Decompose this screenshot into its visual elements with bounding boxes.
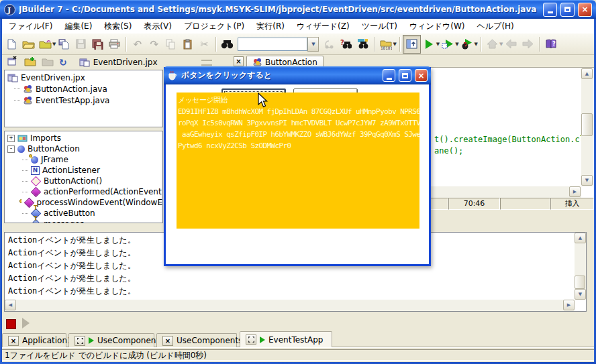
tab-close-icon[interactable]: ×	[8, 336, 19, 346]
forward-button[interactable]	[519, 36, 536, 53]
copy-button[interactable]	[162, 36, 179, 53]
message-text-area[interactable]: メッセージ開始 ED91IHF1Z8 m8hdhWcXOM fjDpIhLDAn…	[177, 93, 419, 229]
tree-row-project[interactable]: EventDriven.jpx	[5, 72, 162, 83]
save-all-button[interactable]	[89, 36, 106, 53]
collapse-icon[interactable]: -	[7, 145, 15, 153]
scroll-right-button[interactable]: ▶	[563, 300, 575, 310]
scroll-down-button[interactable]: ▼	[575, 289, 586, 300]
menu-wizard[interactable]: ウィザード(Z)	[291, 19, 356, 34]
search-dropdown-icon[interactable]: ▼	[307, 37, 319, 52]
reopen-button[interactable]	[37, 36, 54, 53]
messages-vertical-scrollbar[interactable]: ▲ ▼	[575, 233, 586, 300]
expand-icon[interactable]: +	[7, 135, 15, 142]
remove-files-button[interactable]	[42, 56, 54, 68]
java-file-icon	[23, 96, 33, 105]
scroll-down-button[interactable]: ▼	[581, 175, 593, 186]
scroll-up-button[interactable]: ▲	[575, 233, 586, 243]
resume-button[interactable]	[22, 318, 30, 328]
print-button[interactable]	[106, 36, 123, 53]
running-process-icon[interactable]	[74, 336, 85, 346]
query-search-button[interactable]: ?	[338, 36, 354, 53]
maximize-button[interactable]	[560, 3, 575, 17]
tree-row-java-file[interactable]: ButtonAction.java	[5, 83, 162, 95]
scroll-up-button[interactable]: ▲	[581, 68, 593, 79]
scrollbar-thumb[interactable]	[575, 276, 585, 289]
menu-file[interactable]: ファイル(F)	[3, 19, 58, 34]
structure-tree[interactable]: + Imports - ButtonAction JFrame N Action…	[4, 131, 163, 223]
bytecode-dropdown-icon[interactable]: ▼	[393, 42, 396, 47]
export-file-button[interactable]	[56, 36, 72, 53]
dialog-titlebar[interactable]: ボタンをクリックすると ×	[164, 66, 431, 84]
cut-icon: ✂	[201, 38, 209, 50]
tab-close-icon[interactable]: ×	[162, 336, 173, 346]
window-titlebar[interactable]: J JBuilder 7 - C:/Documents and Settings…	[0, 0, 596, 19]
tab-application1[interactable]: × Application1	[2, 333, 66, 347]
undo-button[interactable]: ↶	[129, 36, 146, 53]
cut-button[interactable]: ✂	[196, 36, 213, 53]
bytecode-view-button[interactable]: 10101	[377, 36, 394, 53]
running-process-icon[interactable]	[246, 335, 256, 345]
scroll-right-button[interactable]: ▶	[569, 186, 581, 197]
tab-usecomponents-running[interactable]: UseComponents	[68, 333, 154, 347]
refresh-button[interactable]: ↻	[59, 57, 67, 68]
dialog-close-button[interactable]: ×	[415, 69, 428, 82]
structure-row-superclass[interactable]: JFrame	[5, 154, 162, 165]
open-file-button[interactable]	[20, 36, 37, 53]
search-input[interactable]	[238, 38, 307, 51]
paste-button[interactable]	[179, 36, 196, 53]
structure-row-constructor[interactable]: ButtonAction()	[5, 176, 162, 186]
structure-row-class[interactable]: - ButtonAction	[5, 143, 162, 154]
menu-run[interactable]: 実行(R)	[250, 19, 291, 34]
tree-row-java-file[interactable]: EventTestApp.java	[5, 95, 162, 106]
stop-button[interactable]	[6, 319, 16, 329]
messages-horizontal-scrollbar[interactable]: ◀ ▶	[5, 300, 575, 311]
home-button[interactable]	[484, 36, 501, 53]
save-button[interactable]	[72, 36, 89, 53]
add-files-button[interactable]	[24, 56, 36, 68]
ui-designer-button[interactable]	[403, 35, 421, 54]
project-tree[interactable]: EventDriven.jpx ButtonAction.java EventT…	[4, 70, 163, 127]
project-selector[interactable]: EventDriven.jpx	[79, 58, 158, 67]
optimize-run-button[interactable]	[459, 36, 476, 53]
tab-usecomponents[interactable]: × UseComponents	[156, 333, 237, 347]
menu-project[interactable]: プロジェクト(P)	[178, 19, 250, 34]
forward-arrow-icon	[522, 39, 534, 49]
structure-row-interface[interactable]: N ActionListener	[5, 165, 162, 176]
back-button[interactable]	[503, 36, 519, 53]
structure-row-method[interactable]: actionPerformed(ActionEvent e)	[5, 186, 162, 197]
tab-eventtestapp[interactable]: EventTestApp	[240, 331, 332, 347]
optimize-dropdown-icon[interactable]: ▼	[475, 42, 478, 47]
dialog-minimize-button[interactable]	[383, 69, 395, 82]
menu-tools[interactable]: ツール(T)	[356, 19, 403, 34]
menu-edit[interactable]: 編集(E)	[58, 19, 98, 34]
new-file-button[interactable]	[3, 36, 20, 53]
find-replace-button[interactable]	[354, 36, 371, 53]
find-replace-icon	[357, 39, 368, 49]
menu-window[interactable]: ウィンドウ(W)	[403, 19, 471, 34]
editor-insert-mode: 挿入	[550, 198, 594, 210]
editor-vertical-scrollbar[interactable]: ▲ ▼	[581, 68, 593, 186]
scrollbar-thumb[interactable]	[581, 113, 593, 136]
menu-view[interactable]: 表示(V)	[138, 19, 178, 34]
scroll-left-button[interactable]: ◀	[5, 300, 16, 310]
help-button[interactable]: ?	[542, 36, 559, 53]
structure-row-field[interactable]: T messages	[5, 219, 162, 223]
structure-row-protected-method[interactable]: processWindowEvent(WindowE	[5, 197, 162, 208]
splitter-grip-icon[interactable]	[201, 60, 212, 66]
find-button[interactable]	[219, 36, 236, 53]
structure-row-field[interactable]: T activeButton	[5, 208, 162, 219]
run-button[interactable]	[421, 36, 438, 53]
close-project-button[interactable]	[7, 56, 19, 68]
menu-help[interactable]: ヘルプ(H)	[471, 19, 520, 34]
search-again-button[interactable]	[321, 36, 338, 53]
editor-tab-close-button[interactable]: ×	[234, 56, 244, 66]
menu-search[interactable]: 検索(S)	[98, 19, 138, 34]
debug-button[interactable]	[440, 36, 456, 53]
redo-button[interactable]: ↷	[146, 36, 162, 53]
dialog-maximize-button[interactable]	[399, 69, 411, 82]
run-indicator-icon	[89, 337, 94, 344]
tree-label: EventTestApp.java	[36, 96, 109, 105]
structure-row-imports[interactable]: + Imports	[5, 133, 162, 143]
minimize-button[interactable]	[543, 3, 557, 17]
close-button[interactable]: ×	[578, 3, 592, 17]
